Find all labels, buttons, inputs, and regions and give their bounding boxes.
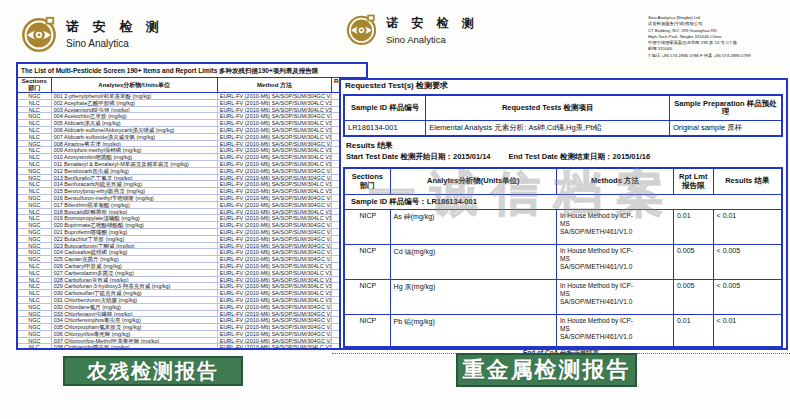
cell-method: In House Method by ICP- MS SA/SOP/METH/4… bbox=[557, 210, 674, 244]
cell-section: NGC bbox=[18, 317, 52, 323]
pesticide-table-row: NGC 021 Buprofezin噻嗪酮 (mg/kg) EURL-FV (2… bbox=[18, 229, 366, 236]
cell-analyte: 030 Carbosulfan丁硫克百威 (mg/kg) bbox=[52, 290, 218, 296]
cell-section: NGC bbox=[18, 236, 52, 242]
cell-analyte: 012 Bendiocarb恶虫威 (mg/kg) bbox=[52, 168, 218, 174]
pesticide-table-row: NLC 014 Benfuracarb丙硫克百威 (mg/kg) EURL-FV… bbox=[18, 181, 366, 188]
cell-method: EURL-FV (2010-M6) SA/SOP/SUM/304GC V3.0 bbox=[218, 304, 333, 310]
pesticide-table-row: NLC 028 Carbofuran克百威 (mg/kg) EURL-FV (2… bbox=[18, 277, 366, 284]
cell-rpt-lmt: 0.005 bbox=[674, 280, 714, 314]
cell-section: NLC bbox=[18, 161, 52, 167]
end-date-value: 2015/01/16 bbox=[613, 152, 651, 161]
cell-section: NLC bbox=[18, 277, 52, 283]
cell-method: EURL-FV (2010-M6) SA/SOP/SUM/304LC V3.0 bbox=[218, 263, 333, 269]
pesticide-table-row: NGC 036 Chlorpyrifos毒死蜱 (mg/kg) EURL-FV … bbox=[18, 331, 366, 338]
cell-method: EURL-FV (2010-M6) SA/SOP/SUM/304GC V3.0 bbox=[218, 249, 333, 255]
pesticide-table-row: NGC 034 Chlorfenvinphos毒虫畏 (mg/kg) EURL-… bbox=[18, 317, 366, 324]
cell-result: < 0.005 bbox=[714, 245, 781, 279]
cell-analyte: 007 Aldicarb-sulfoxide涕灭威亚砜 (mg/kg) bbox=[52, 134, 218, 140]
pesticide-table-row: NLC 026 Carbaryl甲萘威 (mg/kg) EURL-FV (201… bbox=[18, 263, 366, 270]
cell-method: EURL-FV (2010-M6) SA/SOP/SUM/304GC V3.0 bbox=[218, 168, 333, 174]
results-section-title: Results 结果 bbox=[346, 140, 393, 151]
cell-analyte: 035 Chlorpropham氯苯胺灵 (mg/kg) bbox=[52, 324, 218, 330]
pesticide-table-row: NGC 016 Bensulfuron-methyl苄嘧磺隆 (mg/kg) E… bbox=[18, 195, 366, 202]
screenshot-canvas: 诺 安 检 测 Sino Analytica The List of Multi… bbox=[0, 0, 790, 419]
pesticide-table-row: NGC 001 2-phenylphenol/邻苯基苯酚 (mg/kg) EUR… bbox=[18, 93, 366, 100]
header-sample-id: Sample ID 样品编号 bbox=[345, 96, 426, 120]
cell-method: EURL-FV (2010-M6) SA/SOP/SUM/304LC V3.0 bbox=[218, 344, 333, 350]
cell-method: EURL-FV (2010-M6) SA/SOP/SUM/304GC V3.0 bbox=[218, 236, 333, 242]
cell-section: NLC bbox=[18, 283, 52, 289]
cell-analyte: 002 Acephate乙酰甲胺磷 (mg/kg) bbox=[52, 100, 218, 106]
logo-cn-text: 诺 安 检 测 bbox=[386, 15, 479, 32]
logo-en-text: Sino Analytica bbox=[386, 34, 479, 45]
cell-analyte: Pb 铅(mg/kg) bbox=[391, 315, 557, 350]
pesticide-table-row: NLC 011 Benalaxyl & Benalaxyl-M苯霜灵及精苯霜灵 … bbox=[18, 161, 366, 168]
right-logo: 诺 安 检 测 Sino Analytica bbox=[345, 13, 479, 46]
pesticide-table-row: NGC 024 Cadusafos硫线磷 (mg/kg) EURL-FV (20… bbox=[18, 249, 366, 256]
pesticide-table-title: The List of Multi-Pesticide Screen 190+ … bbox=[18, 64, 366, 78]
pesticide-table-row: NGC 008 Atrazine莠去津 (mg/kg) EURL-FV (201… bbox=[18, 141, 366, 148]
cell-analyte: 022 Butachlor丁草胺 (mg/kg) bbox=[52, 236, 218, 242]
left-logo: 诺 安 检 测 Sino Analytica bbox=[20, 15, 164, 53]
cell-section: NGC bbox=[18, 229, 52, 235]
cell-analyte: 038 Clothianidin噻虫胺 (mg/kg) bbox=[52, 344, 218, 350]
cell-rpt-lmt: 0.01 bbox=[674, 315, 714, 350]
cell-method: EURL-FV (2010-M6) SA/SOP/SUM/304LC V3.0 bbox=[218, 154, 333, 160]
pesticide-table-row: NGC 013 Benfluralin乙丁氟灵 (mg/kg) EURL-FV … bbox=[18, 175, 366, 182]
cell-method: EURL-FV (2010-M6) SA/SOP/SUM/304LC V3.0 bbox=[218, 277, 333, 283]
cell-method: EURL-FV (2010-M6) SA/SOP/SUM/304LC V3.0 bbox=[218, 107, 333, 113]
cell-section: NLC bbox=[18, 147, 52, 153]
cell-analyte: 015 Benzoylprop-ethyl新燕灵 (mg/kg) bbox=[52, 188, 218, 194]
cell-method: EURL-FV (2010-M6) SA/SOP/SUM/304LC V3.0 bbox=[218, 181, 333, 187]
cell-method: EURL-FV (2010-M6) SA/SOP/SUM/304GC V3.0 bbox=[218, 175, 333, 181]
cell-analyte: 001 2-phenylphenol/邻苯基苯酚 (mg/kg) bbox=[52, 93, 218, 99]
cell-section: NLC bbox=[18, 181, 52, 187]
cell-section: NGC bbox=[18, 113, 52, 119]
cell-method: EURL-FV (2010-M6) SA/SOP/SUM/304LC V3.0 bbox=[218, 147, 333, 153]
results-table-row: NICP As 砷(mg/kg) In House Method by ICP-… bbox=[345, 210, 781, 245]
header-method: Method 方法 bbox=[218, 78, 333, 92]
cell-analyte: 013 Benfluralin乙丁氟灵 (mg/kg) bbox=[52, 175, 218, 181]
requested-tests-section-title: Requested Test(s) 检测要求 bbox=[345, 80, 448, 91]
cell-section: NGC bbox=[18, 338, 52, 344]
sample-id-row: Sample ID 样品编号：LR186134-001 bbox=[345, 195, 781, 210]
cell-method: EURL-FV (2010-M6) SA/SOP/SUM/304LC V3.0 bbox=[218, 120, 333, 126]
cell-method: EURL-FV (2010-M6) SA/SOP/SUM/304LC V3.0 bbox=[218, 188, 333, 194]
results-table-body: NICP As 砷(mg/kg) In House Method by ICP-… bbox=[345, 210, 781, 350]
cell-section: NGC bbox=[18, 175, 52, 181]
cell-section: NGC bbox=[18, 93, 52, 99]
pesticide-table-row: NGC 017 Bifenthrin联苯菊酯 (mg/kg) EURL-FV (… bbox=[18, 202, 366, 209]
pesticide-table-row: NLC 018 Boscalid啶酰菌胺 (mg/kg) EURL-FV (20… bbox=[18, 209, 366, 216]
cell-section: NLC bbox=[18, 297, 52, 303]
header-methods: Methods 方法 bbox=[557, 169, 674, 194]
results-table-header: Sections 部门 Analytes分析物(Units单位) Methods… bbox=[345, 169, 781, 195]
cell-analyte: 019 Bromopropylate溴螨酯 (mg/kg) bbox=[52, 215, 218, 221]
cell-analyte: 018 Boscalid啶酰菌胺 (mg/kg) bbox=[52, 209, 218, 215]
cell-section: NGC bbox=[18, 141, 52, 147]
cell-analyte: 016 Bensulfuron-methyl苄嘧磺隆 (mg/kg) bbox=[52, 195, 218, 201]
cell-section: NLC bbox=[18, 100, 52, 106]
header-analytes: Analytes分析物/Units单位 bbox=[52, 78, 218, 92]
cell-section: NLC bbox=[18, 270, 52, 276]
logo-cn-text: 诺 安 检 测 bbox=[66, 18, 164, 36]
cell-method: EURL-FV (2010-M6) SA/SOP/SUM/304GC V3.0 bbox=[218, 317, 333, 323]
cell-section: NGC bbox=[18, 256, 52, 262]
cell-section: NGC bbox=[18, 243, 52, 249]
requested-tests-table: Sample ID 样品编号 Requested Tests 检测项目 Samp… bbox=[343, 94, 783, 137]
cell-analyte: 033 Chlorfenapyr虫螨腈 (mg/kg) bbox=[52, 311, 218, 317]
cell-method: EURL-FV (2010-M6) SA/SOP/SUM/304GC V3.0 bbox=[218, 113, 333, 119]
cell-section: NLC bbox=[18, 344, 52, 350]
cell-section: NGC bbox=[18, 168, 52, 174]
heavy-metal-report-badge: 重金属检测报告 bbox=[456, 353, 637, 387]
pesticide-table-row: NLC 027 Carbendazim多菌灵 (mg/kg) EURL-FV (… bbox=[18, 270, 366, 277]
cell-analyte: 027 Carbendazim多菌灵 (mg/kg) bbox=[52, 270, 218, 276]
cell-section: NGC bbox=[18, 249, 52, 255]
test-dates-line: Start Test Date 检测开始日期：2015/01/14End Tes… bbox=[346, 152, 650, 162]
cell-analyte: 026 Carbaryl甲萘威 (mg/kg) bbox=[52, 263, 218, 269]
results-table-row: NICP Cd 镉(mg/kg) In House Method by ICP-… bbox=[345, 245, 781, 280]
cell-result: < 0.01 bbox=[714, 210, 781, 244]
cell-section: NGC bbox=[18, 331, 52, 337]
cell-analyte: 004 Acetochlor乙草胺 (mg/kg) bbox=[52, 113, 218, 119]
pesticide-table-row: NLC 030 Carbosulfan丁硫克百威 (mg/kg) EURL-FV… bbox=[18, 290, 366, 297]
pesticide-table-row: NGC 035 Chlorpropham氯苯胺灵 (mg/kg) EURL-FV… bbox=[18, 324, 366, 331]
